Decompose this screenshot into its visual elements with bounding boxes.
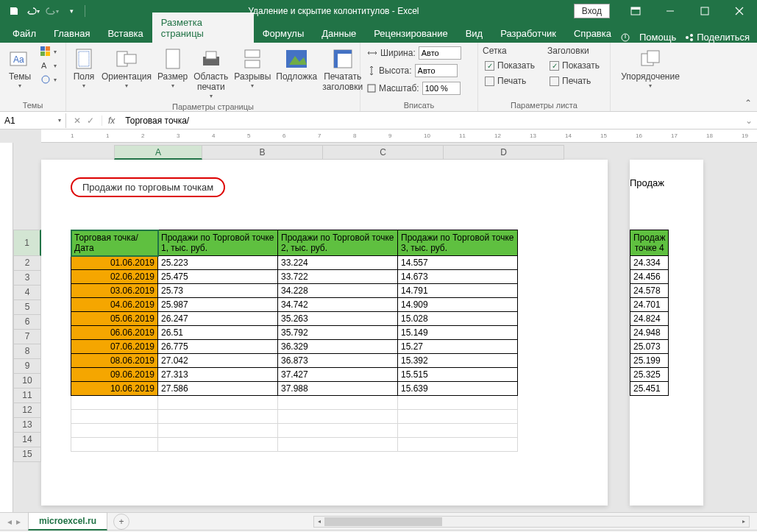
table-cell[interactable]: 14.909: [398, 298, 518, 312]
table-cell[interactable]: 15.639: [398, 382, 518, 396]
tab-data[interactable]: Данные: [313, 24, 365, 43]
table-cell[interactable]: 06.06.2019: [71, 326, 158, 340]
tab-help[interactable]: Справка: [565, 24, 620, 43]
tab-view[interactable]: Вид: [457, 24, 492, 43]
grid-show-checkbox[interactable]: ✓Показать: [483, 60, 537, 71]
page-header-text[interactable]: Продажи по торговым точкам: [71, 177, 225, 197]
table-cell[interactable]: 35.792: [278, 326, 398, 340]
tab-review[interactable]: Рецензирование: [365, 24, 456, 43]
table-cell[interactable]: 15.028: [398, 312, 518, 326]
row-header[interactable]: 1: [13, 230, 41, 256]
table-cell[interactable]: 26.247: [158, 312, 278, 326]
tab-insert[interactable]: Вставка: [99, 24, 152, 43]
add-sheet-button[interactable]: +: [113, 514, 129, 530]
table-cell[interactable]: 25.987: [158, 298, 278, 312]
arrange-button[interactable]: Упорядочение▾: [615, 46, 686, 91]
row-header[interactable]: 12: [13, 403, 41, 418]
table-cell[interactable]: 08.06.2019: [71, 354, 158, 368]
table-cell[interactable]: 04.06.2019: [71, 298, 158, 312]
empty-cell[interactable]: [71, 438, 158, 452]
col-header-a[interactable]: A: [114, 145, 202, 160]
theme-effects-icon[interactable]: ▾: [38, 74, 59, 85]
table-cell[interactable]: 27.042: [158, 354, 278, 368]
tab-home[interactable]: Главная: [45, 24, 99, 43]
orientation-button[interactable]: Ориентация▾: [100, 46, 153, 91]
maximize-icon[interactable]: [688, 0, 721, 22]
col-header-c[interactable]: C: [323, 145, 444, 160]
grid-print-checkbox[interactable]: Печать: [483, 75, 537, 87]
table2-cell[interactable]: 24.948: [630, 326, 669, 340]
row-header[interactable]: 3: [13, 271, 41, 285]
sheet-nav-prev-icon[interactable]: ◂: [7, 517, 12, 527]
cancel-formula-icon[interactable]: ✕: [74, 116, 81, 126]
row-header[interactable]: 6: [13, 315, 41, 330]
table-cell[interactable]: 10.06.2019: [71, 382, 158, 396]
table2-cell[interactable]: 25.451: [630, 382, 669, 396]
table-header-cell[interactable]: Торговая точка/ Дата: [71, 230, 158, 256]
empty-cell[interactable]: [278, 438, 398, 452]
table2-cell[interactable]: 24.701: [630, 298, 669, 312]
table-cell[interactable]: 26.775: [158, 340, 278, 354]
empty-cell[interactable]: [158, 424, 278, 438]
tab-page-layout[interactable]: Разметка страницы: [152, 13, 254, 43]
table-cell[interactable]: 14.791: [398, 284, 518, 298]
ribbon-options-icon[interactable]: [619, 0, 652, 22]
scale-height-input[interactable]: [415, 64, 458, 77]
table-cell[interactable]: 14.673: [398, 270, 518, 284]
table-cell[interactable]: 01.06.2019: [71, 256, 158, 270]
tab-developer[interactable]: Разработчик: [491, 24, 565, 43]
table-cell[interactable]: 15.27: [398, 340, 518, 354]
table-header-cell[interactable]: Продажи по Торговой точке 2, тыс. руб.: [278, 230, 398, 256]
table-cell[interactable]: 15.515: [398, 368, 518, 382]
headings-print-checkbox[interactable]: Печать: [547, 75, 602, 87]
sign-in-button[interactable]: Вход: [574, 4, 610, 18]
table-cell[interactable]: 09.06.2019: [71, 368, 158, 382]
empty-cell[interactable]: [71, 410, 158, 424]
print-area-button[interactable]: Область печати▾: [192, 46, 230, 101]
row-header[interactable]: 5: [13, 300, 41, 315]
undo-icon[interactable]: ▾: [25, 3, 41, 19]
row-header[interactable]: 14: [13, 433, 41, 447]
table-header-cell[interactable]: Продажи по Торговой точке 1, тыс. руб.: [158, 230, 278, 256]
table-cell[interactable]: 36.329: [278, 340, 398, 354]
horizontal-scrollbar[interactable]: ◂ ▸: [313, 516, 750, 528]
col-header-d[interactable]: D: [444, 145, 564, 160]
close-icon[interactable]: [722, 0, 756, 22]
row-header[interactable]: 15: [13, 447, 41, 462]
table2-cell[interactable]: 24.824: [630, 312, 669, 326]
table-cell[interactable]: 15.149: [398, 326, 518, 340]
table-cell[interactable]: 36.873: [278, 354, 398, 368]
table2-cell[interactable]: 25.325: [630, 368, 669, 382]
theme-colors-icon[interactable]: ▾: [38, 46, 59, 57]
table-header-cell[interactable]: Продажи по Торговой точке 3, тыс. руб.: [398, 230, 518, 256]
empty-cell[interactable]: [398, 410, 518, 424]
row-header[interactable]: 9: [13, 359, 41, 374]
tab-file[interactable]: Файл: [4, 24, 45, 43]
table-cell[interactable]: 14.557: [398, 256, 518, 270]
headings-show-checkbox[interactable]: ✓Показать: [547, 60, 602, 71]
empty-cell[interactable]: [278, 396, 398, 410]
table-cell[interactable]: 33.722: [278, 270, 398, 284]
scroll-right-icon[interactable]: ▸: [739, 517, 749, 527]
theme-fonts-icon[interactable]: A▾: [38, 60, 59, 71]
margins-button[interactable]: Поля▾: [71, 46, 97, 91]
tell-me-icon[interactable]: [620, 32, 630, 43]
row-header[interactable]: 7: [13, 330, 41, 344]
horizontal-ruler[interactable]: 112345678910111213141516171819: [41, 130, 757, 143]
vertical-ruler[interactable]: [0, 143, 13, 512]
table2-cell[interactable]: 25.199: [630, 354, 669, 368]
print-titles-button[interactable]: Печатать заголовки: [321, 46, 364, 94]
table-cell[interactable]: 25.73: [158, 284, 278, 298]
qat-customize-icon[interactable]: ▾: [63, 3, 79, 19]
table-cell[interactable]: 27.313: [158, 368, 278, 382]
enter-formula-icon[interactable]: ✓: [87, 116, 94, 126]
scrollbar-thumb[interactable]: [324, 517, 442, 526]
table-cell[interactable]: 07.06.2019: [71, 340, 158, 354]
empty-cell[interactable]: [278, 410, 398, 424]
table-cell[interactable]: 15.392: [398, 354, 518, 368]
table-cell[interactable]: 27.586: [158, 382, 278, 396]
themes-button[interactable]: Aa Темы▾: [4, 46, 35, 91]
table2-cell[interactable]: 24.578: [630, 284, 669, 298]
fx-icon[interactable]: fx: [102, 116, 121, 126]
table2-cell[interactable]: 24.334: [630, 256, 669, 270]
